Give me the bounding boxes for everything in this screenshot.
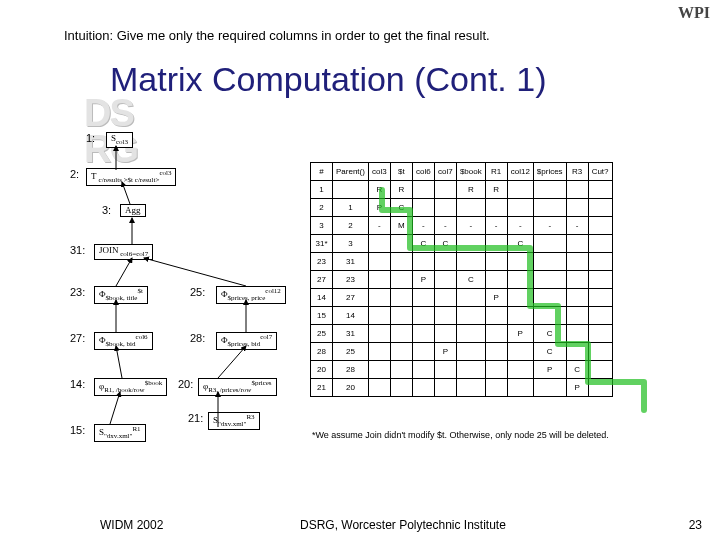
table-cell xyxy=(507,181,533,199)
table-row: 2723PC xyxy=(311,271,613,289)
table-cell: C xyxy=(533,343,566,361)
table-cell xyxy=(533,181,566,199)
table-cell: P xyxy=(507,325,533,343)
svg-line-3 xyxy=(116,258,132,286)
table-cell xyxy=(533,199,566,217)
table-row: 2331 xyxy=(311,253,613,271)
footer-group: DSRG, Worcester Polytechnic Institute xyxy=(300,518,506,532)
table-cell xyxy=(485,379,507,397)
table-cell xyxy=(566,199,588,217)
table-cell xyxy=(588,289,612,307)
table-cell xyxy=(390,271,412,289)
table-cell xyxy=(390,253,412,271)
table-cell xyxy=(566,253,588,271)
table-header: $book xyxy=(456,163,485,181)
table-header: col12 xyxy=(507,163,533,181)
table-cell xyxy=(412,361,434,379)
table-row: 21PC xyxy=(311,199,613,217)
table-cell xyxy=(566,343,588,361)
table-cell xyxy=(588,181,612,199)
table-cell xyxy=(456,379,485,397)
table-cell xyxy=(533,307,566,325)
table-header: col3 xyxy=(368,163,390,181)
table-cell xyxy=(368,271,390,289)
table-cell xyxy=(485,325,507,343)
table-cell xyxy=(588,307,612,325)
table-cell xyxy=(588,253,612,271)
table-cell: C xyxy=(566,361,588,379)
table-cell xyxy=(390,379,412,397)
svg-line-7 xyxy=(116,346,122,378)
table-cell xyxy=(456,307,485,325)
matrix-table: #Parent()col3$tcol6col7$bookR1col12$pric… xyxy=(310,162,613,397)
table-cell xyxy=(566,181,588,199)
table-cell xyxy=(566,235,588,253)
table-cell xyxy=(507,289,533,307)
table-cell xyxy=(588,361,612,379)
table-row: 32-M------- xyxy=(311,217,613,235)
table-cell: P xyxy=(434,343,456,361)
table-cell xyxy=(368,379,390,397)
table-cell xyxy=(412,289,434,307)
svg-line-8 xyxy=(218,346,246,378)
footer-conference: WIDM 2002 xyxy=(100,518,163,532)
table-cell xyxy=(507,379,533,397)
table-cell xyxy=(588,235,612,253)
table-cell xyxy=(507,343,533,361)
table-cell: C xyxy=(434,235,456,253)
table-header: R3 xyxy=(566,163,588,181)
table-cell xyxy=(456,199,485,217)
table-cell: R xyxy=(390,181,412,199)
table-cell xyxy=(368,235,390,253)
table-row: 2825PC xyxy=(311,343,613,361)
table-cell xyxy=(368,289,390,307)
table-cell xyxy=(566,307,588,325)
table-cell xyxy=(485,271,507,289)
table-cell xyxy=(412,199,434,217)
table-cell: P xyxy=(533,361,566,379)
table-row: 31*3CCC xyxy=(311,235,613,253)
table-cell xyxy=(368,361,390,379)
table-cell: - xyxy=(368,217,390,235)
table-cell: - xyxy=(507,217,533,235)
table-cell xyxy=(566,289,588,307)
table-cell xyxy=(485,235,507,253)
table-footnote: *We assume Join didn't modify $t. Otherw… xyxy=(312,430,609,440)
table-cell xyxy=(507,253,533,271)
table-cell xyxy=(434,181,456,199)
table-cell xyxy=(390,343,412,361)
table-cell: P xyxy=(566,379,588,397)
table-cell xyxy=(533,253,566,271)
table-row: 2120P xyxy=(311,379,613,397)
table-cell xyxy=(390,325,412,343)
table-cell xyxy=(533,379,566,397)
table-cell xyxy=(456,325,485,343)
query-tree: 1: Scol3 2: T c/results >$t c/result>col… xyxy=(70,132,340,482)
table-row: 2028PC xyxy=(311,361,613,379)
table-cell: - xyxy=(566,217,588,235)
table-cell: C xyxy=(507,235,533,253)
table-cell xyxy=(434,325,456,343)
table-cell xyxy=(588,199,612,217)
table-cell xyxy=(456,289,485,307)
table-cell xyxy=(485,361,507,379)
table-cell xyxy=(368,253,390,271)
table-row: 1514 xyxy=(311,307,613,325)
table-cell xyxy=(533,271,566,289)
table-header: col6 xyxy=(412,163,434,181)
table-cell: R xyxy=(456,181,485,199)
table-cell: C xyxy=(456,271,485,289)
table-cell: M xyxy=(390,217,412,235)
table-cell: C xyxy=(412,235,434,253)
table-cell xyxy=(434,253,456,271)
table-cell xyxy=(588,343,612,361)
table-cell xyxy=(485,343,507,361)
table-cell: R xyxy=(368,181,390,199)
table-cell xyxy=(390,289,412,307)
table-cell: - xyxy=(412,217,434,235)
table-cell xyxy=(588,271,612,289)
svg-line-4 xyxy=(144,258,246,286)
table-cell xyxy=(456,343,485,361)
institution-logo: WPI xyxy=(678,4,710,22)
table-cell xyxy=(412,343,434,361)
